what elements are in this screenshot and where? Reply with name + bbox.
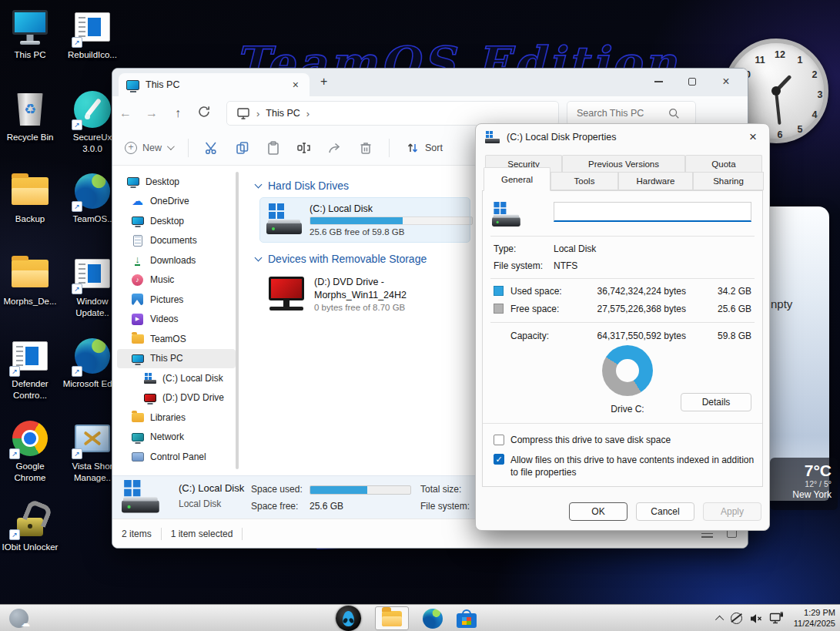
- new-button[interactable]: New: [125, 142, 172, 154]
- tab-previous-versions[interactable]: Previous Versions: [562, 155, 685, 172]
- tab-close-icon[interactable]: [289, 79, 302, 91]
- capacity-label: Capacity:: [510, 331, 549, 341]
- start-button[interactable]: [336, 606, 361, 631]
- window-controls: [641, 69, 743, 95]
- taskbar-file-explorer[interactable]: [375, 606, 409, 630]
- search-box[interactable]: [567, 101, 696, 126]
- delete-button[interactable]: [358, 140, 373, 156]
- cancel-button[interactable]: Cancel: [636, 502, 694, 521]
- sidebar-label: (C:) Local Disk: [162, 373, 223, 384]
- taskbar-weather-icon[interactable]: [9, 609, 28, 628]
- space-free-value: 25.6 GB: [310, 501, 343, 512]
- dialog-close-icon[interactable]: [746, 129, 760, 145]
- cut-button[interactable]: [204, 140, 219, 156]
- sidebar-item-videos[interactable]: Videos: [117, 310, 236, 330]
- breadcrumb-this-pc[interactable]: This PC: [266, 108, 300, 119]
- sidebar-item-downloads[interactable]: Downloads: [117, 250, 236, 270]
- sidebar-item-desktop-root[interactable]: Desktop: [117, 172, 236, 192]
- sidebar-item-music[interactable]: Music: [117, 270, 236, 290]
- forward-button[interactable]: →: [139, 106, 165, 120]
- desktop: TeamOS Edition 2025 This PC RebuildIco..…: [0, 0, 840, 631]
- sidebar-item-teamos[interactable]: TeamOS: [117, 329, 236, 349]
- desktop-icon-label: This PC: [0, 49, 60, 61]
- sidebar-item-documents[interactable]: Documents: [117, 231, 236, 251]
- tab-general[interactable]: General: [484, 167, 551, 191]
- sidebar-item-control-panel[interactable]: Control Panel: [117, 447, 236, 467]
- volume-muted-icon[interactable]: [749, 613, 762, 625]
- desktop-icon-defender-control[interactable]: Defender Contro...: [0, 337, 60, 401]
- minimize-button[interactable]: [641, 70, 675, 93]
- tab-sharing[interactable]: Sharing: [693, 172, 764, 190]
- share-button[interactable]: [327, 140, 343, 156]
- ok-button[interactable]: OK: [569, 502, 627, 521]
- breadcrumb[interactable]: This PC: [226, 101, 559, 126]
- sidebar-item-desktop[interactable]: Desktop: [117, 211, 236, 231]
- paste-button[interactable]: [266, 140, 281, 156]
- close-button[interactable]: [709, 70, 743, 93]
- window-app-icon: [72, 8, 112, 46]
- sidebar-item-dvd-drive[interactable]: (D:) DVD Drive: [117, 388, 236, 408]
- divider: [490, 322, 755, 323]
- tab-hardware[interactable]: Hardware: [618, 172, 693, 190]
- desktop-icon-backup[interactable]: Backup: [0, 172, 60, 225]
- sidebar-item-onedrive[interactable]: OneDrive: [117, 192, 236, 212]
- copy-button[interactable]: [235, 140, 250, 156]
- desktop-icon-morphs[interactable]: Morphs_De...: [0, 254, 60, 307]
- folder-icon: [382, 611, 402, 626]
- drive-name: (C:) Local Disk: [310, 203, 464, 214]
- sidebar-item-libraries[interactable]: Libraries: [117, 408, 236, 428]
- taskbar-clock[interactable]: 1:29 PM 11/24/2025: [794, 608, 835, 629]
- desktop-icon-chrome[interactable]: Google Chrome: [0, 419, 60, 483]
- sidebar-label: Downloads: [150, 255, 196, 266]
- network-icon[interactable]: [769, 612, 784, 625]
- up-button[interactable]: ↑: [165, 106, 191, 120]
- desktop-icon-iobit-unlocker[interactable]: IObit Unlocker: [0, 500, 60, 553]
- details-button[interactable]: Details: [681, 393, 751, 411]
- back-button[interactable]: ←: [112, 106, 139, 120]
- drive-c-item[interactable]: (C:) Local Disk 25.6 GB free of 59.8 GB: [260, 198, 470, 242]
- sidebar-item-network[interactable]: Network: [117, 428, 236, 448]
- this-pc-icon: [131, 352, 144, 365]
- maximize-button[interactable]: [675, 70, 709, 93]
- weather-widget[interactable]: 7°C 12° / 5° New York: [770, 458, 838, 510]
- shortcut-arrow-icon: [72, 284, 82, 294]
- tab-tools[interactable]: Tools: [551, 172, 618, 190]
- desktop-icon-rebuildico[interactable]: RebuildIco...: [62, 8, 122, 61]
- compress-checkbox[interactable]: [494, 435, 504, 445]
- cancel-label: Cancel: [651, 506, 679, 517]
- space-used-label: Space used:: [251, 484, 303, 495]
- volume-label-input[interactable]: [554, 202, 751, 222]
- explorer-tab[interactable]: This PC: [119, 73, 310, 96]
- desktop-icon-label: Defender Contro...: [0, 378, 60, 401]
- search-input[interactable]: [575, 107, 668, 119]
- used-space-label: Used space:: [510, 286, 562, 297]
- sort-button[interactable]: Sort: [405, 140, 443, 156]
- refresh-button[interactable]: [191, 104, 217, 123]
- side-gadget-panel[interactable]: npty: [766, 206, 829, 501]
- taskbar-edge[interactable]: [423, 609, 443, 629]
- sidebar-label: Desktop: [146, 176, 179, 187]
- taskbar-store[interactable]: [457, 609, 477, 628]
- refresh-icon: [196, 104, 212, 119]
- hidden-icons-chevron[interactable]: [715, 615, 724, 623]
- tab-quota[interactable]: Quota: [685, 155, 762, 172]
- taskbar-time: 1:29 PM: [794, 608, 835, 619]
- sidebar-item-pictures[interactable]: Pictures: [117, 290, 236, 310]
- sidebar-scrollbar[interactable]: [236, 172, 239, 469]
- control-panel-icon: [131, 450, 144, 463]
- desktop-icon-this-pc[interactable]: This PC: [0, 8, 60, 61]
- new-tab-button[interactable]: [320, 75, 327, 89]
- desktop-icon: [131, 214, 144, 227]
- sidebar-label: Control Panel: [150, 451, 206, 462]
- index-checkbox[interactable]: [494, 454, 504, 465]
- sidebar-item-c-drive[interactable]: (C:) Local Disk: [117, 368, 236, 388]
- sidebar-item-this-pc[interactable]: This PC: [117, 349, 236, 369]
- clock-number: 3: [818, 89, 823, 100]
- desktop-icon-recycle-bin[interactable]: Recycle Bin: [0, 90, 60, 143]
- dvd-drive-item[interactable]: (D:) DVD Drive - Morphs_Win11_24H2 0 byt…: [260, 271, 470, 317]
- apply-button[interactable]: Apply: [703, 502, 761, 521]
- divider: [490, 236, 755, 237]
- rename-button[interactable]: [296, 140, 312, 156]
- plus-circle-icon: [125, 142, 137, 154]
- notifications-off-icon[interactable]: [731, 613, 742, 624]
